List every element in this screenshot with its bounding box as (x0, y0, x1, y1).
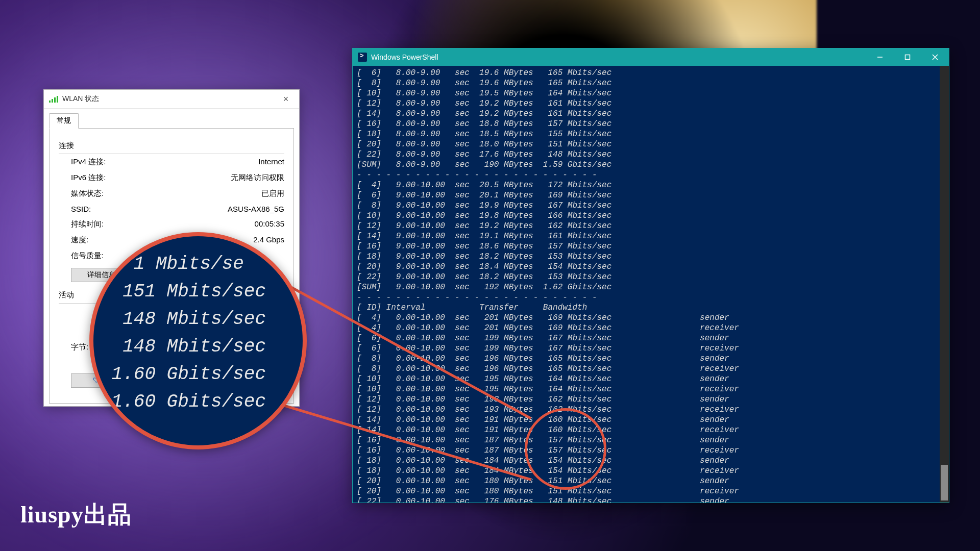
signal-label: 信号质量: (71, 251, 104, 261)
wlan-tabs: 常规 (44, 109, 299, 128)
ipv4-value: Internet (258, 157, 284, 167)
annotation-source-circle (525, 408, 606, 490)
wlan-titlebar[interactable]: WLAN 状态 × (44, 90, 299, 109)
group-connection: 连接 (59, 138, 284, 154)
ipv6-label: IPv6 连接: (71, 173, 106, 183)
ssid-label: SSID: (71, 205, 91, 213)
svg-rect-0 (905, 55, 910, 60)
minimize-button[interactable] (866, 48, 894, 66)
duration-value: 00:05:35 (255, 219, 284, 229)
bytes-label: 字节: (71, 342, 88, 352)
media-label: 媒体状态: (71, 189, 104, 198)
ps-terminal[interactable]: [ 6] 8.00-9.00 sec 19.6 MBytes 165 Mbits… (353, 66, 940, 503)
close-button[interactable] (921, 48, 949, 66)
ps-title-text: Windows PowerShell (371, 53, 866, 61)
powershell-icon (358, 53, 367, 62)
scrollbar-thumb[interactable] (941, 465, 948, 500)
ssid-value: ASUS-AX86_5G (228, 205, 284, 213)
ps-scrollbar[interactable] (940, 66, 949, 503)
ps-titlebar[interactable]: Windows PowerShell (353, 48, 949, 66)
maximize-button[interactable] (894, 48, 921, 66)
wlan-title-text: WLAN 状态 (62, 94, 276, 104)
tab-general[interactable]: 常规 (49, 113, 79, 129)
ipv4-label: IPv4 连接: (71, 157, 106, 167)
media-value: 已启用 (261, 189, 284, 198)
duration-label: 持续时间: (71, 219, 104, 229)
ipv6-value: 无网络访问权限 (231, 173, 284, 183)
watermark: liuspy出品 (20, 499, 132, 531)
speed-value: 2.4 Gbps (253, 235, 284, 245)
signal-icon (49, 95, 58, 103)
annotation-zoom-circle: 1 Mbits/se 151 Mbits/sec 148 Mbits/sec 1… (89, 232, 307, 449)
speed-label: 速度: (71, 235, 88, 245)
wlan-close-button[interactable]: × (276, 92, 296, 106)
powershell-window: Windows PowerShell [ 6] 8.00-9.00 sec 19… (352, 48, 949, 503)
